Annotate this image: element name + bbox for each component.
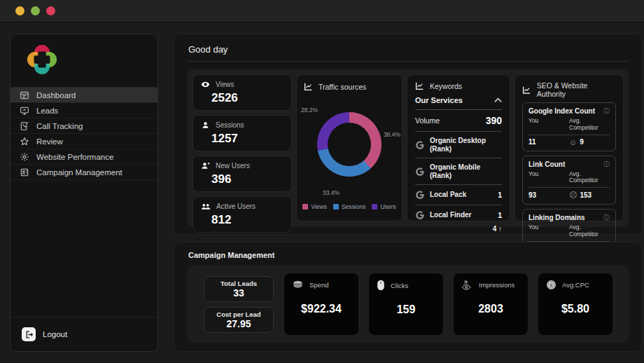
metric-value: 2803 [461,303,520,315]
sidebar-item-dashboard[interactable]: Dashboard [10,88,158,103]
keyword-label: Local Pack [430,191,493,199]
sidebar-item-label: Leads [36,107,58,115]
google-index-count-box: Google Index Count ⓘ You Avg. Competitor… [522,102,616,151]
donut-hole [328,123,371,166]
spend-metric-card: Spend $922.34 [284,273,358,335]
keyword-label: Organic Mobile (Rank) [430,163,497,179]
person-plus-icon [201,161,210,170]
google-icon [415,210,425,220]
lead-card-value: 33 [209,287,269,299]
sidebar-menu: Dashboard Leads Call Tracking Review [10,87,158,180]
people-icon [201,202,211,211]
sidebar-item-label: Call Tracking [36,122,83,130]
competitor-label: Avg. Competitor [569,171,610,185]
legend-label: Views [311,203,327,210]
donut-label-sessions: 33.4% [323,189,340,196]
stat-label: Views [216,81,234,88]
views-swatch [302,204,308,210]
sidebar-item-label: Dashboard [36,91,76,100]
info-icon[interactable]: ⓘ [603,107,610,116]
app-layout: Dashboard Leads Call Tracking Review [0,22,644,363]
main-content: Good day Views 2526 [174,34,643,352]
impressions-icon [461,280,473,290]
keyword-volume-row: Volume 390 [415,110,502,132]
red-traffic-light-button[interactable] [46,6,55,15]
line-chart-icon [415,81,424,90]
google-icon [415,167,425,177]
sidebar-item-label: Campaign Management [36,168,122,177]
views-stat-card: Views 2526 [192,74,292,111]
legend-label: Sessions [342,203,366,210]
new-users-stat-card: New Users 396 [192,156,292,192]
sidebar-item-website-performance[interactable]: Website Performance [10,149,158,165]
sad-face-icon: ☹ [569,191,577,200]
you-value: 93 [528,191,569,200]
stat-value: 812 [211,213,284,227]
card-title: Keywords [430,82,462,90]
call-tracking-icon [20,121,29,131]
you-value: 11 [528,138,569,146]
chevron-up-icon [494,97,502,103]
keyword-row[interactable]: Organic Desktop (Rank) [415,132,502,158]
line-chart-icon [522,85,531,95]
campaign-management-panel: Campaign Management Total Leads 33 Cost … [174,242,643,352]
you-label: You [528,224,569,238]
info-icon[interactable]: ⓘ [603,213,610,222]
campaign-icon [20,167,29,177]
sidebar: Dashboard Leads Call Tracking Review [10,34,158,352]
app-logo [10,34,158,87]
google-icon [415,190,425,200]
seo-authority-card: SEO & Website Authority Google Index Cou… [514,74,624,221]
card-title: Traffic sources [318,83,366,91]
page-title: Good day [187,41,629,62]
donut-label-views: 38.4% [384,131,400,138]
eye-icon [201,80,210,89]
yellow-traffic-light-button[interactable] [15,6,24,15]
clover-logo-icon [26,43,58,76]
keywords-pagination[interactable]: 4 ↑ [415,225,502,233]
avg-cpc-metric-card: $ Avg.CPC $5.80 [538,273,612,335]
keywords-group-toggle[interactable]: Our Services [415,90,502,110]
lead-card-label: Cost per Lead [209,310,269,318]
stat-value: 396 [211,172,284,186]
keyword-row[interactable]: Local Finder 1 [415,205,502,225]
group-label: Our Services [415,96,463,104]
competitor-label: Avg. Competitor [569,224,610,238]
green-traffic-light-button[interactable] [31,6,40,15]
leads-icon [20,106,29,116]
metric-label: Avg.CPC [562,281,589,289]
seo-box-title: Link Count [528,160,565,168]
person-icon [201,121,210,130]
sessions-stat-card: Sessions 1257 [192,115,292,151]
card-title: SEO & Website Authority [537,81,616,98]
happy-face-icon: ☺ [569,138,577,146]
donut-legend: Views Sessions Users [304,203,395,210]
traffic-donut-chart: 38.4% 33.4% 28.2% [304,101,395,191]
keyword-value: 1 [498,191,502,199]
logout-button[interactable]: Logout [10,317,158,351]
sidebar-item-campaign-management[interactable]: Campaign Management [10,165,158,180]
stat-value: 2526 [211,91,284,105]
competitor-value: 153 [580,191,592,199]
sidebar-item-leads[interactable]: Leads [10,103,158,118]
stat-value: 1257 [211,132,284,146]
sidebar-item-call-tracking[interactable]: Call Tracking [10,118,158,134]
sessions-swatch [333,204,339,210]
leads-column: Total Leads 33 Cost per Lead 27.95 [204,276,274,333]
keyword-label: Organic Desktop (Rank) [430,137,497,153]
coins-icon [292,280,304,290]
sidebar-item-label: Website Performance [36,153,113,161]
dashboard-icon [20,90,29,100]
metric-label: Clicks [391,282,408,289]
keyword-row[interactable]: Local Pack 1 [415,185,502,205]
overview-panel: Good day Views 2526 [174,34,643,235]
gear-icon [20,152,29,162]
keyword-row[interactable]: Organic Mobile (Rank) [415,158,502,185]
cost-per-lead-card: Cost per Lead 27.95 [204,307,274,333]
you-label: You [528,171,569,185]
seo-box-title: Linking Domains [528,214,585,221]
metric-label: Impressions [479,281,514,289]
competitor-value: 9 [580,138,584,146]
sidebar-item-review[interactable]: Review [10,134,158,149]
info-icon[interactable]: ⓘ [603,160,610,169]
